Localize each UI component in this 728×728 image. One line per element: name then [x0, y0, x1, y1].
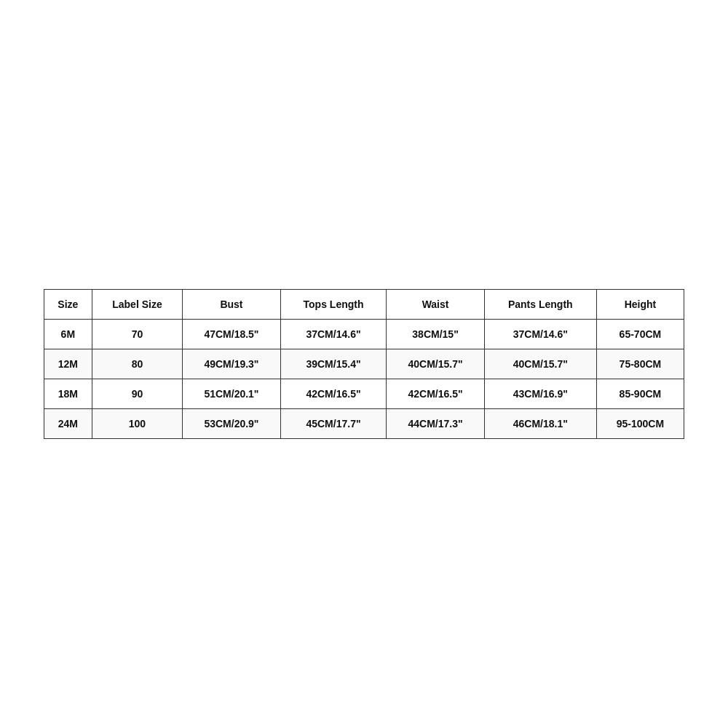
cell-waist: 38CM/15" — [387, 320, 484, 349]
cell-height: 65-70CM — [596, 320, 684, 349]
cell-size: 12M — [44, 349, 92, 379]
cell-pants-length: 43CM/16.9" — [484, 379, 596, 409]
cell-tops-length: 42CM/16.5" — [280, 379, 387, 409]
cell-bust: 53CM/20.9" — [183, 409, 280, 439]
size-chart-container: Size Label Size Bust Tops Length Waist P… — [44, 289, 684, 439]
header-tops-length: Tops Length — [280, 290, 387, 320]
cell-label-size: 80 — [92, 349, 183, 379]
cell-bust: 49CM/19.3" — [183, 349, 280, 379]
cell-pants-length: 46CM/18.1" — [484, 409, 596, 439]
table-row: 24M10053CM/20.9"45CM/17.7"44CM/17.3"46CM… — [44, 409, 684, 439]
header-bust: Bust — [183, 290, 280, 320]
cell-tops-length: 39CM/15.4" — [280, 349, 387, 379]
cell-label-size: 70 — [92, 320, 183, 349]
cell-height: 95-100CM — [596, 409, 684, 439]
cell-waist: 44CM/17.3" — [387, 409, 484, 439]
header-label-size: Label Size — [92, 290, 183, 320]
cell-label-size: 100 — [92, 409, 183, 439]
table-row: 18M9051CM/20.1"42CM/16.5"42CM/16.5"43CM/… — [44, 379, 684, 409]
cell-pants-length: 37CM/14.6" — [484, 320, 596, 349]
cell-bust: 51CM/20.1" — [183, 379, 280, 409]
table-row: 12M8049CM/19.3"39CM/15.4"40CM/15.7"40CM/… — [44, 349, 684, 379]
header-size: Size — [44, 290, 92, 320]
header-pants-length: Pants Length — [484, 290, 596, 320]
cell-size: 24M — [44, 409, 92, 439]
table-row: 6M7047CM/18.5"37CM/14.6"38CM/15"37CM/14.… — [44, 320, 684, 349]
size-chart-table: Size Label Size Bust Tops Length Waist P… — [44, 289, 684, 439]
cell-size: 18M — [44, 379, 92, 409]
header-height: Height — [596, 290, 684, 320]
table-header-row: Size Label Size Bust Tops Length Waist P… — [44, 290, 684, 320]
cell-label-size: 90 — [92, 379, 183, 409]
cell-waist: 40CM/15.7" — [387, 349, 484, 379]
header-waist: Waist — [387, 290, 484, 320]
cell-waist: 42CM/16.5" — [387, 379, 484, 409]
cell-height: 85-90CM — [596, 379, 684, 409]
cell-size: 6M — [44, 320, 92, 349]
cell-pants-length: 40CM/15.7" — [484, 349, 596, 379]
cell-height: 75-80CM — [596, 349, 684, 379]
cell-tops-length: 45CM/17.7" — [280, 409, 387, 439]
cell-bust: 47CM/18.5" — [183, 320, 280, 349]
cell-tops-length: 37CM/14.6" — [280, 320, 387, 349]
